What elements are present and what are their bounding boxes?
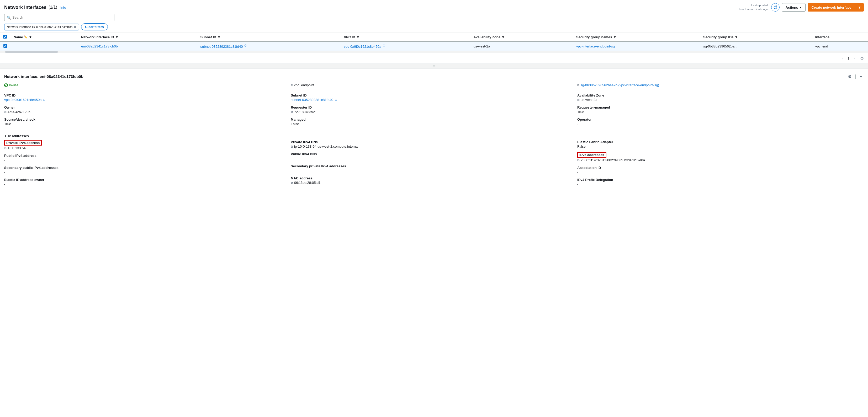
last-updated-line1: Last updated (739, 3, 768, 7)
operator-label: Operator (577, 118, 864, 121)
row-interface-cell: vpc_end (812, 42, 868, 51)
header-actions: Last updated less than a minute ago Acti… (739, 3, 864, 11)
secondary-private-ipv4-field: Secondary private IPv4 addresses - (291, 164, 573, 172)
managed-value: False (291, 122, 573, 126)
col-vpc-sort-icon[interactable]: ▼ (356, 35, 360, 39)
vpc-id-link[interactable]: vpc-0a9f0c1621c8e450a (4, 98, 41, 102)
mac-address-copy-icon[interactable]: ⧉ (291, 181, 293, 185)
subnet-external-icon: ⬡ (244, 44, 247, 47)
row-subnet-link[interactable]: subnet-0352892381c81fd40 ⬡ (200, 44, 247, 49)
row-checkbox-cell (0, 42, 10, 51)
table-row[interactable]: eni-08a02341c173fcb0b subnet-0352892381c… (0, 42, 868, 51)
vpc-external-icon: ⬡ (383, 44, 385, 47)
private-ipv4-dns-copy-icon[interactable]: ⧉ (291, 145, 293, 149)
private-ipv4-dns-value: ip-10-0-133-54.us-west-2.compute.interna… (294, 145, 359, 149)
page-count: (1/1) (49, 5, 57, 10)
ip-section-chevron-icon: ▼ (4, 134, 7, 137)
page-title: Network interfaces (1/1) (4, 5, 57, 10)
private-ipv4-field: Private IPv4 address ⧉ 10.0.133.54 (4, 140, 286, 150)
col-subnet-id: Subnet ID ▼ (197, 33, 341, 42)
create-button-chevron-icon[interactable]: ▼ (855, 4, 864, 11)
vpc-id-label: VPC ID (4, 93, 286, 97)
public-ipv4-text: - (4, 158, 5, 162)
secondary-private-ipv4-text: - (291, 169, 292, 172)
vpc-endpoint-row: ⧉ vpc_endpoint (291, 83, 573, 87)
ip-col-1: Private IPv4 address ⧉ 10.0.133.54 Publi… (4, 140, 291, 190)
elastic-ip-owner-field: Elastic IP address owner - (4, 178, 286, 186)
ipv4-prefix-text: - (577, 182, 578, 186)
source-dest-field: Source/dest. check True (4, 118, 286, 126)
row-az-value: us-west-2a (473, 44, 490, 48)
row-subnet-cell: subnet-0352892381c81fd40 ⬡ (197, 42, 341, 51)
ip-section: ▼ IP addresses Private IPv4 address ⧉ 10… (4, 132, 864, 190)
scroll-thumb (5, 51, 58, 53)
row-vpc-value: vpc-0a9f0c1621c8e450a (344, 44, 381, 49)
info-link[interactable]: Info (60, 5, 66, 9)
ipv6-addresses-copy-icon[interactable]: ⧉ (577, 158, 580, 162)
managed-field: Managed False (291, 118, 573, 126)
sg-copy-icon[interactable]: ⧉ (577, 84, 579, 87)
horizontal-scrollbar[interactable] (0, 51, 868, 53)
select-all-checkbox[interactable] (3, 35, 7, 38)
search-input[interactable] (4, 13, 115, 21)
requester-id-copy-icon[interactable]: ⧉ (291, 110, 293, 114)
private-ipv4-copy-icon[interactable]: ⧉ (4, 146, 6, 150)
col-subnet-sort-icon[interactable]: ▼ (217, 35, 221, 39)
detail-status-row: ✓ In-use ⧉ vpc_endpoint ⧉ sg-0b38b239656… (4, 83, 864, 91)
filter-row: Network interface ID = eni-08a02341c173f… (4, 23, 864, 30)
public-ipv4-dns-text: - (291, 157, 292, 161)
col-availability-zone: Availability Zone ▼ (470, 33, 573, 42)
col-az-sort-icon[interactable]: ▼ (501, 35, 505, 39)
ipv6-addresses-label: IPv6 addresses (577, 152, 607, 158)
refresh-button[interactable] (771, 3, 780, 11)
prev-page-button[interactable]: ‹ (840, 55, 845, 62)
association-id-text: - (577, 170, 578, 174)
col-eni-sort-icon[interactable]: ▼ (115, 35, 119, 39)
row-sg-ids-value: sg-0b38b2396562ba... (703, 44, 737, 48)
row-sg-names-cell: vpc-interface-endpoint-sg (573, 42, 700, 51)
remove-filter-button[interactable]: ✕ (73, 25, 76, 29)
ip-section-title[interactable]: ▼ IP addresses (4, 132, 864, 138)
detail-settings-button[interactable]: ⚙ (847, 73, 852, 80)
table-settings-button[interactable]: ⚙ (859, 55, 865, 62)
col-sg-ids-sort-icon[interactable]: ▼ (735, 35, 738, 39)
last-updated-line2: less than a minute ago (739, 7, 768, 11)
detail-divider: | (855, 74, 856, 79)
managed-label: Managed (291, 118, 573, 121)
network-interfaces-table: Name ✏️ ▼ Network interface ID ▼ S (0, 33, 868, 51)
col-name-sort-icon[interactable]: ▼ (29, 35, 32, 39)
ip-grid: Private IPv4 address ⧉ 10.0.133.54 Publi… (4, 140, 864, 190)
owner-label: Owner (4, 105, 286, 109)
requester-managed-text: True (577, 110, 584, 114)
az-copy-icon[interactable]: ⧉ (577, 98, 580, 102)
actions-button[interactable]: Actions ▼ (782, 3, 806, 11)
status-circle-icon: ✓ (4, 84, 8, 87)
create-network-interface-button[interactable]: Create network interface ▼ (808, 3, 864, 11)
association-id-field: Association ID - (577, 166, 864, 174)
row-sg-names-link[interactable]: vpc-interface-endpoint-sg (576, 44, 615, 48)
panel-divider[interactable]: ≡ (0, 63, 868, 69)
elastic-fabric-field: Elastic Fabric Adapter False (577, 140, 864, 149)
page-number: 1 (847, 56, 849, 60)
subnet-id-value-row: subnet-0352892381c81fd40 ⬡ (291, 98, 573, 102)
table-header-row: Name ✏️ ▼ Network interface ID ▼ S (0, 33, 868, 42)
col-sg-names-sort-icon[interactable]: ▼ (613, 35, 617, 39)
public-ipv4-label: Public IPv4 address (4, 154, 286, 158)
refresh-icon (773, 5, 777, 9)
vpc-endpoint-copy-icon[interactable]: ⧉ (291, 84, 293, 87)
owner-copy-icon[interactable]: ⧉ (4, 110, 6, 114)
row-vpc-link[interactable]: vpc-0a9f0c1621c8e450a ⬡ (344, 44, 385, 49)
sg-link[interactable]: sg-0b38b2396562bae7b (vpc-interface-endp… (581, 83, 659, 87)
next-page-button[interactable]: › (851, 55, 857, 62)
subnet-id-link[interactable]: subnet-0352892381c81fd40 (291, 98, 333, 102)
row-checkbox[interactable] (3, 44, 7, 48)
mac-address-label: MAC address (291, 176, 573, 180)
detail-collapse-button[interactable]: ▼ (858, 73, 864, 80)
clear-filters-button[interactable]: Clear filters (81, 23, 108, 30)
col-az-label: Availability Zone (473, 35, 500, 39)
requester-id-label: Requester ID (291, 105, 573, 109)
interface-type-value: vpc_endpoint (294, 83, 314, 87)
row-eni-link[interactable]: eni-08a02341c173fcb0b (81, 44, 118, 48)
col-security-group-ids: Security group IDs ▼ (700, 33, 812, 42)
ip-col-2: Private IPv4 DNS ⧉ ip-10-0-133-54.us-wes… (291, 140, 577, 190)
